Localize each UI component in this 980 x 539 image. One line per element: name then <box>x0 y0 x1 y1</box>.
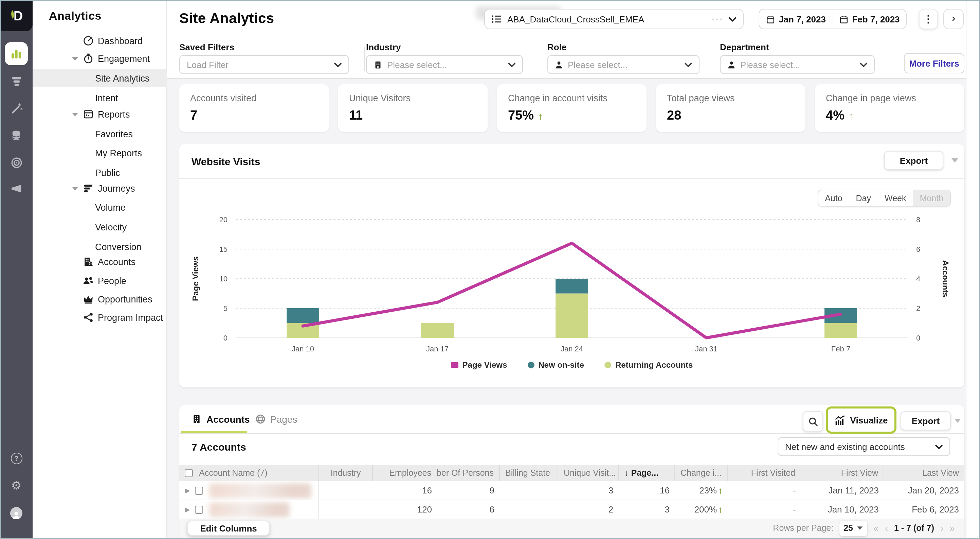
column-header-unique-visitors[interactable]: Unique Visit... <box>558 465 619 481</box>
stat-value: 75% <box>508 108 534 123</box>
legend-new-on-site[interactable]: New on-site <box>527 360 584 370</box>
industry-dropdown[interactable]: Please select... <box>366 55 523 74</box>
funnel-icon <box>10 75 23 88</box>
more-options-button[interactable]: ⋮ <box>919 9 938 29</box>
start-date-field[interactable]: Jan 7, 2023 <box>759 10 833 29</box>
interval-month[interactable]: Month <box>913 190 950 206</box>
icon-rail: D <box>0 0 33 539</box>
svg-text:2: 2 <box>916 304 920 313</box>
interval-day[interactable]: Day <box>849 190 878 206</box>
target-icon <box>10 156 23 169</box>
row-checkbox[interactable] <box>194 486 203 494</box>
sidebar-item-dashboard[interactable]: Dashboard <box>33 32 167 49</box>
stat-label: Accounts visited <box>190 93 318 103</box>
role-placeholder: Please select... <box>568 59 627 70</box>
rail-user-avatar[interactable] <box>0 507 33 519</box>
cell-employees: 120 <box>373 500 438 518</box>
app-logo[interactable]: D <box>0 0 33 31</box>
role-dropdown[interactable]: Please select... <box>547 55 700 74</box>
chevron-down-icon[interactable] <box>72 56 78 61</box>
app-root: D <box>0 0 980 539</box>
sidebar-item-people[interactable]: People <box>33 272 167 290</box>
column-header-change[interactable]: Change i... <box>675 465 728 481</box>
column-header-billing-state[interactable]: Billing State <box>500 465 558 481</box>
chevron-down-icon <box>860 62 867 67</box>
legend-label: New on-site <box>538 360 584 370</box>
rail-analytics-active[interactable] <box>5 42 28 65</box>
divider <box>364 47 364 71</box>
sidebar-item-accounts[interactable]: Accounts <box>33 253 167 271</box>
sidebar-item-engagement[interactable]: Engagement <box>33 49 167 67</box>
sidebar-item-reports[interactable]: Reports <box>33 105 167 123</box>
legend-page-views[interactable]: Page Views <box>451 360 508 370</box>
stat-value: 28 <box>667 108 681 123</box>
legend-returning-accounts[interactable]: Returning Accounts <box>605 360 693 370</box>
prev-page-button[interactable]: ‹ <box>885 523 888 534</box>
redacted-account-name <box>209 502 289 517</box>
collapsed-right-panel[interactable] <box>966 0 980 539</box>
expand-row-icon[interactable]: ▶ <box>185 487 190 494</box>
sidebar-item-intent[interactable]: Intent <box>33 89 167 107</box>
account-scope-dropdown[interactable]: Net new and existing accounts <box>778 437 950 456</box>
stat-label: Total page views <box>667 93 795 103</box>
rail-funnel-button[interactable] <box>0 75 33 88</box>
sidebar-item-public[interactable]: Public <box>33 164 167 182</box>
rail-megaphone-button[interactable] <box>0 182 33 195</box>
tab-accounts[interactable]: Accounts <box>191 405 250 433</box>
first-page-button[interactable]: « <box>873 523 879 534</box>
rows-per-page-dropdown[interactable]: 25 <box>839 520 867 536</box>
sidebar-item-label: Velocity <box>95 222 127 232</box>
column-header-first-view[interactable]: First View <box>802 465 884 481</box>
crown-icon <box>83 293 94 305</box>
tab-pages[interactable]: Pages <box>255 405 297 433</box>
svg-text:4: 4 <box>916 274 920 283</box>
sidebar-item-velocity[interactable]: Velocity <box>33 218 167 236</box>
view-selector-dropdown[interactable]: ABA_DataCloud_CrossSell_EMEA ••• <box>484 9 744 29</box>
department-dropdown[interactable]: Please select... <box>720 55 875 74</box>
sidebar-item-volume[interactable]: Volume <box>33 198 167 216</box>
table-row[interactable]: ▶ 120 6 2 3 200%↑ - Jan 10, 2023 Feb 6, … <box>179 500 964 519</box>
interval-week[interactable]: Week <box>878 190 913 206</box>
export-caret-icon[interactable] <box>951 158 958 163</box>
chart-export-button[interactable]: Export <box>884 151 943 170</box>
chevron-down-icon[interactable] <box>72 186 78 190</box>
expand-row-icon[interactable]: ▶ <box>185 506 190 513</box>
sidebar-item-journeys[interactable]: Journeys <box>33 179 167 197</box>
export-caret-icon[interactable] <box>954 419 961 423</box>
rail-wand-button[interactable] <box>0 102 33 115</box>
interval-auto[interactable]: Auto <box>818 190 849 206</box>
rail-help-button[interactable]: ? <box>0 453 33 464</box>
saved-filters-dropdown[interactable]: Load Filter <box>179 55 349 74</box>
column-header-employees[interactable]: Employees <box>373 465 438 481</box>
column-header-account-name[interactable]: Account Name (7) <box>179 465 319 481</box>
next-page-button[interactable]: › <box>940 523 943 534</box>
edit-columns-button[interactable]: Edit Columns <box>188 521 270 536</box>
sidebar-item-opportunities[interactable]: Opportunities <box>33 290 167 308</box>
column-header-industry[interactable]: Industry <box>319 465 373 481</box>
stat-card-unique-visitors: Unique Visitors 11 <box>338 84 488 132</box>
column-header-first-visited[interactable]: First Visited <box>728 465 802 481</box>
select-all-checkbox[interactable] <box>185 469 193 477</box>
end-date-field[interactable]: Feb 7, 2023 <box>833 10 906 29</box>
last-page-button[interactable]: » <box>950 523 955 534</box>
rail-target-button[interactable] <box>0 156 33 169</box>
rail-database-button[interactable] <box>0 129 33 142</box>
table-row[interactable]: ▶ 16 9 3 16 23%↑ - Jan 11, 2023 Jan 20, … <box>179 481 964 500</box>
sidebar-item-program-impact[interactable]: Program Impact <box>33 309 167 326</box>
sidebar-item-label: Volume <box>95 202 126 212</box>
sidebar-item-site-analytics[interactable]: Site Analytics <box>33 69 167 87</box>
visualize-button[interactable]: Visualize <box>826 407 896 434</box>
row-checkbox[interactable] <box>194 506 203 513</box>
table-export-button[interactable]: Export <box>900 411 951 430</box>
rail-settings-button[interactable]: ⚙ <box>0 480 33 491</box>
more-filters-button[interactable]: More Filters <box>904 53 964 73</box>
column-header-number-of-persons[interactable]: ber Of Persons <box>438 465 500 481</box>
chevron-down-icon[interactable] <box>72 112 78 116</box>
sidebar-item-my-reports[interactable]: My Reports <box>33 144 167 162</box>
column-header-last-view[interactable]: Last View <box>884 465 964 481</box>
collapse-panel-button[interactable]: › <box>943 9 964 29</box>
sidebar-item-favorites[interactable]: Favorites <box>33 125 167 143</box>
cell-persons: 6 <box>438 500 500 518</box>
column-header-page-views-sorted[interactable]: ↓Page... <box>619 465 675 481</box>
table-search-button[interactable] <box>803 411 823 432</box>
